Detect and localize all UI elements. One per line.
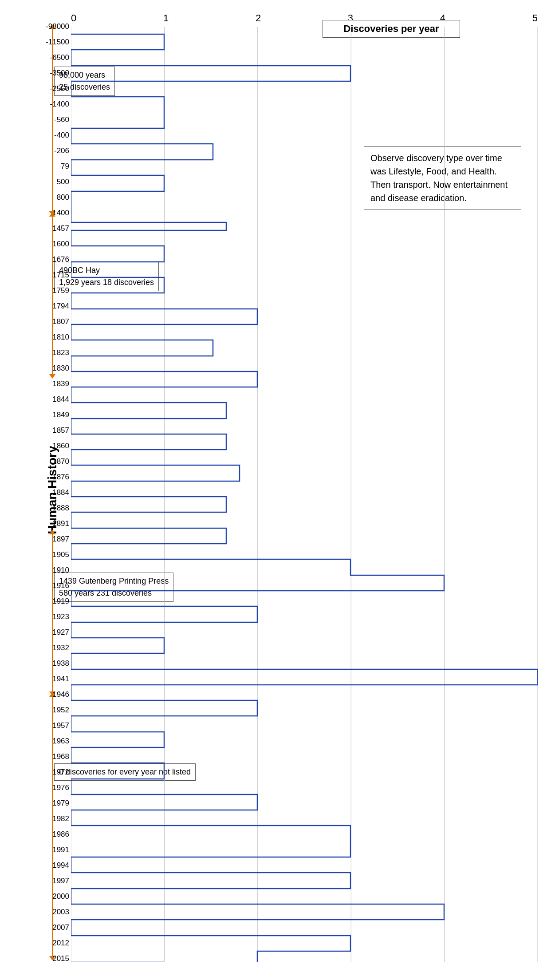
year-label-1982: 1982 <box>52 814 69 823</box>
year-labels-container: -98000 -11500 -6500 -3500 -2550 -1400 -5… <box>30 27 69 962</box>
year-label-1994: 1994 <box>52 861 69 870</box>
year-label-2003: 2003 <box>52 908 69 917</box>
year-label-1997: 1997 <box>52 877 69 885</box>
year-label-1986: 1986 <box>52 830 69 839</box>
year-label-1963: 1963 <box>52 737 69 746</box>
year-label-1876: 1876 <box>52 473 69 482</box>
year-label-1823: 1823 <box>52 348 69 357</box>
year-label-1991: 1991 <box>52 846 69 854</box>
year-label-1979: 1979 <box>52 799 69 808</box>
year-label-1938: 1938 <box>52 659 69 668</box>
year-label-560: -560 <box>54 115 69 124</box>
year-label-1844: 1844 <box>52 395 69 404</box>
year-label-1952: 1952 <box>52 706 69 715</box>
year-label-1400: 1400 <box>52 209 69 217</box>
year-label-1870: 1870 <box>52 457 69 466</box>
year-label-1972: 1972 <box>52 768 69 777</box>
year-label-1897: 1897 <box>52 535 69 544</box>
year-label-79: 79 <box>61 162 69 171</box>
year-label-1891: 1891 <box>52 519 69 528</box>
year-label-1794: 1794 <box>52 302 69 311</box>
year-label-1888: 1888 <box>52 504 69 513</box>
year-label-1932: 1932 <box>52 644 69 652</box>
year-label-1457: 1457 <box>52 224 69 233</box>
year-label-1839: 1839 <box>52 379 69 388</box>
year-label-1941: 1941 <box>52 675 69 684</box>
year-label-800: 800 <box>57 193 69 202</box>
year-label-1910: 1910 <box>52 566 69 575</box>
year-label-1849: 1849 <box>52 411 69 419</box>
x-label-5: 5 <box>532 12 538 24</box>
year-label-400: -400 <box>54 131 69 140</box>
year-label-6500: -6500 <box>50 53 69 62</box>
year-label-2000: 2000 <box>52 892 69 901</box>
x-label-1: 1 <box>163 12 169 24</box>
year-label-1830: 1830 <box>52 364 69 373</box>
year-label-1916: 1916 <box>52 581 69 590</box>
year-label-11500: -11500 <box>46 38 69 47</box>
year-label-1810: 1810 <box>52 333 69 342</box>
year-label-1857: 1857 <box>52 426 69 435</box>
year-label-1976: 1976 <box>52 783 69 792</box>
year-label-500: 500 <box>57 178 69 186</box>
year-label-2550: -2550 <box>50 84 69 93</box>
year-label-3500: -3500 <box>50 69 69 78</box>
year-label-1957: 1957 <box>52 721 69 730</box>
year-label-98000: -98000 <box>46 22 69 31</box>
x-axis-labels: 0 1 2 3 4 5 <box>71 12 538 24</box>
year-label-1968: 1968 <box>52 752 69 761</box>
year-label-1759: 1759 <box>52 286 69 295</box>
year-label-1923: 1923 <box>52 612 69 621</box>
main-chart-svg <box>71 27 538 962</box>
year-label-1715: 1715 <box>52 271 69 280</box>
year-label-2012: 2012 <box>52 939 69 948</box>
year-label-1919: 1919 <box>52 597 69 606</box>
year-label-1676: 1676 <box>52 255 69 264</box>
year-label-206: -206 <box>54 146 69 155</box>
year-label-1600: 1600 <box>52 240 69 249</box>
chart-line <box>71 34 538 962</box>
year-label-1905: 1905 <box>52 550 69 559</box>
x-label-0: 0 <box>71 12 76 24</box>
year-label-1400bc: -1400 <box>50 100 69 109</box>
chart-container: Human History 0 1 2 3 4 5 Discoveries pe… <box>0 0 551 980</box>
year-label-2015: 2015 <box>52 954 69 963</box>
year-label-1860: 1860 <box>52 442 69 450</box>
year-label-1927: 1927 <box>52 628 69 637</box>
year-label-1884: 1884 <box>52 488 69 497</box>
year-label-1946: 1946 <box>52 690 69 699</box>
x-label-2: 2 <box>256 12 261 24</box>
year-label-2007: 2007 <box>52 923 69 932</box>
year-label-1807: 1807 <box>52 317 69 326</box>
